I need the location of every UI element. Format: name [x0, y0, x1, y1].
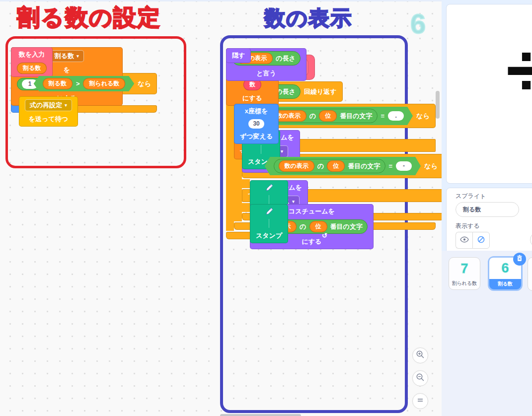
block-label: 番目の文字 — [340, 112, 372, 121]
annotation-title-right: 数の表示 — [264, 4, 352, 32]
block-label: の — [309, 112, 316, 121]
loop-arrow-icon: ↻ — [322, 232, 327, 239]
horizontal-scrollbar[interactable] — [220, 414, 301, 416]
block-label: の長さ — [276, 54, 296, 63]
boolean-condition[interactable]: 数の表示の位番目の文字=- — [265, 157, 421, 175]
block-label: 番目の文字 — [330, 222, 363, 231]
scratch-block[interactable]: 数を入力割る数 — [11, 47, 53, 77]
vertical-scrollbar[interactable] — [436, 91, 440, 119]
block-label: = — [381, 112, 385, 120]
scratch-c-block: もし数の表示の位番目の文字=-ならコスチュームをマイナス ▾にするスタンプでなけ… — [242, 154, 444, 220]
block-label: と言う — [256, 69, 276, 78]
block-label: にする — [302, 237, 321, 246]
zoom-reset-icon — [416, 396, 424, 406]
block-label: 隠す — [232, 51, 245, 60]
block-stack-divisor-setup: 式の設定 ▾を受け取ったときx座標を-20、y座標を0にする割る数 ▾を1から9… — [11, 47, 157, 113]
division-sign-costume: ÷ — [506, 33, 532, 107]
chevron-down-icon: ▾ — [65, 103, 67, 108]
c-block-body: コスチュームをマイナス ▾にするスタンプ — [242, 179, 250, 188]
block-label: にする — [242, 94, 262, 103]
show-sprite-button[interactable] — [456, 232, 472, 249]
sprite-label: スプライト — [456, 192, 486, 201]
block-label: なら — [138, 79, 151, 88]
boolean-condition[interactable]: 割る数>割られる数 — [34, 76, 135, 91]
block-label: 数を入力 — [19, 50, 45, 59]
block-label: x座標を — [245, 107, 268, 116]
visibility-toggle — [456, 232, 490, 249]
variable-reporter[interactable]: 割る数 — [17, 63, 47, 74]
block-label: コスチュームを — [289, 207, 335, 216]
block-label: > — [76, 80, 80, 87]
value-input[interactable]: - — [396, 161, 412, 171]
scratch-block[interactable]: スタンプ — [250, 204, 288, 243]
zoom-out-icon — [416, 373, 425, 384]
eye-icon — [460, 236, 469, 244]
block-label: 回繰り返す — [304, 87, 337, 96]
zoom-in-icon — [416, 350, 425, 361]
variable-reporter[interactable]: 割られる数 — [83, 78, 125, 89]
c-block-body: 位 ▾を1ずつ変えるもし数の表示の位番目の文字=.ならコスチュームを小数点 ▾に… — [226, 103, 444, 231]
sprite-name-input[interactable]: 割る数 — [456, 202, 519, 217]
sprite-card-label: 割られる数 — [452, 280, 477, 289]
divider — [269, 219, 269, 228]
block-label: 番目の文字 — [348, 162, 380, 171]
sprite-thumbnail: 7 — [460, 258, 468, 280]
sprite-card-label: 割る数 — [498, 279, 513, 289]
eye-slash-icon — [477, 235, 485, 245]
value-input[interactable]: 30 — [248, 119, 264, 129]
canvas-zoom-controls — [412, 347, 428, 409]
block-stack-number-display: 定義数を入力数表示する位 ▾を0にする数の表示 ▾を数にする数の表示の長さと言う… — [226, 48, 444, 239]
variable-reporter[interactable]: 割る数 — [43, 78, 73, 89]
divider — [269, 195, 269, 204]
sprite-list: 7割られる数6割る数 — [442, 251, 532, 416]
block-label: を送って待つ — [29, 115, 68, 124]
block-label: なら — [424, 162, 438, 171]
block-label: を — [64, 66, 70, 74]
block-label: なら — [416, 112, 430, 121]
chevron-down-icon: ▾ — [76, 54, 79, 59]
hide-sprite-button[interactable] — [472, 232, 490, 249]
chevron-down-icon: ▾ — [281, 149, 283, 154]
sprite-watermark: 6 — [410, 7, 426, 40]
variable-reporter[interactable]: 位 — [319, 110, 337, 122]
sprite-card[interactable]: 7割られる数 — [449, 257, 480, 290]
block-dropdown[interactable]: 割る数 ▾ — [50, 50, 84, 62]
operator-reporter[interactable]: 数の表示の位番目の文字 — [274, 159, 385, 173]
sprite-card-partial[interactable] — [528, 257, 532, 291]
scratch-block[interactable]: もし数の表示の位番目の文字=-なら — [242, 154, 444, 178]
block-label: の長さ — [276, 87, 296, 96]
scratch-block[interactable]: 式の再設定 ▾を送って待つ — [19, 96, 78, 127]
show-label: 表示する — [456, 222, 480, 230]
zoom-in-button[interactable] — [412, 347, 428, 363]
c-block-else-body: コスチュームを数の表示の位番目の文字にするスタンプ — [242, 203, 250, 212]
variable-reporter[interactable]: 位 — [309, 221, 327, 232]
annotation-title-left: 割る数の設定 — [17, 2, 161, 33]
value-input[interactable]: . — [388, 111, 404, 121]
pen-icon — [265, 207, 273, 215]
stage-preview[interactable]: ÷ — [446, 4, 532, 184]
block-dropdown[interactable]: 式の再設定 ▾ — [25, 99, 72, 111]
block-label: ずつ変える — [240, 132, 273, 141]
block-label: スタンプ — [256, 231, 282, 240]
zoom-reset-button[interactable] — [412, 393, 428, 409]
block-label: = — [389, 162, 393, 170]
sprite-card[interactable]: 6割る数 — [488, 256, 523, 291]
operator-reporter[interactable]: 数の表示の位番目の文字 — [266, 109, 378, 123]
size-input-partial[interactable] — [530, 232, 532, 248]
variable-reporter[interactable]: 数の表示 — [279, 160, 314, 172]
sprite-info-panel: スプライト 割る数 表示する 大 — [446, 188, 532, 252]
block-label: の — [317, 162, 324, 171]
code-canvas[interactable]: 割る数の設定 数の表示 6 式の設定 ▾を受け取ったときx座標を-20、y座標を… — [0, 0, 442, 416]
delete-sprite-badge[interactable] — [513, 253, 526, 266]
scratch-block[interactable]: x座標を30ずつ変える — [234, 104, 279, 144]
zoom-out-button[interactable] — [412, 370, 428, 386]
scratch-c-block: 数の表示の長さ回繰り返す位 ▾を1ずつ変えるもし数の表示の位番目の文字=.ならコ… — [226, 81, 444, 239]
divider — [261, 145, 261, 154]
stage-sprite-panel: ÷ スプライト 割る数 表示する 大 7割られる数6割る数 — [442, 0, 532, 416]
boolean-condition[interactable]: 数の表示の位番目の文字=. — [257, 107, 413, 125]
trash-icon — [516, 255, 523, 264]
block-label: の — [300, 222, 306, 231]
scratch-block[interactable]: 隠す — [226, 48, 251, 63]
variable-reporter[interactable]: 位 — [327, 160, 345, 172]
scratch-editor: 割る数の設定 数の表示 6 式の設定 ▾を受け取ったときx座標を-20、y座標を… — [0, 0, 532, 416]
